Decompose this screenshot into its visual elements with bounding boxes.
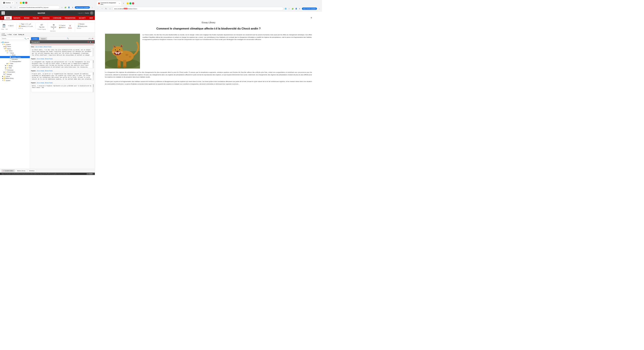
right-home-btn[interactable]: ⌂ [108,7,112,10]
field-link-topic1-go[interactable]: [Go to field] [37,58,44,60]
right-maximize-btn[interactable]: □ [130,2,132,4]
essay-menu-icon[interactable]: ≡ [311,16,312,19]
tree-item-content[interactable]: ▼ 📁 Content [0,43,30,46]
field-link-intro-go[interactable]: [Go to field] [36,46,42,48]
save-button[interactable]: 💾 Save [2,23,6,28]
page-btn[interactable]: 📄 Page (1 of 3) ▲▼ [18,23,34,25]
right-minimize-btn[interactable]: ─ [127,2,129,4]
duplicate-btn[interactable]: ⧉ Duplicate▼ [50,23,57,30]
field-link-topic3-reset[interactable]: [Reset Field] [45,82,52,84]
right-new-chrome-btn[interactable]: New Chrome available [302,8,317,10]
last-btn[interactable]: ⇥ Last [13,34,17,35]
ribbon-tab-versions[interactable]: VERSIONS [41,16,51,20]
field-link-topic1-reset[interactable]: [Reset Field] [45,58,52,60]
new-tab-btn[interactable]: + [15,1,18,4]
ribbon-tab-configure[interactable]: CONFIGURE [51,16,63,20]
display-name-btn[interactable]: 🔤 Display name [77,25,88,27]
right-refresh-btn[interactable]: ↻ [104,7,108,10]
search-options-btn[interactable]: ▼ [27,38,29,40]
right-tab-close-btn[interactable]: ✕ [119,3,120,4]
right-profile-icon[interactable]: 👤 [295,8,298,10]
editor-close-icon[interactable]: ✕ [92,38,93,40]
right-forward-btn[interactable]: → [100,7,104,10]
new-chrome-btn[interactable]: New Chrome available [75,6,90,9]
tree-item-education[interactable]: 📄 Education [0,58,30,60]
profile-icon[interactable]: 👤 [68,6,70,9]
menu-icon[interactable]: ⋮ [91,6,94,9]
field-textarea-intro[interactable]: Le Chocó andin, l'un des lieux les plus … [31,48,94,56]
editor-tab-content[interactable]: Content [31,37,39,40]
ribbon-tab-view[interactable]: VIEW [88,16,94,20]
editor-window-icon[interactable]: □ [90,38,92,40]
refresh-btn[interactable]: ↻ [10,6,12,9]
tree-item-presentation[interactable]: ▶ 📁 Presentation [0,71,30,73]
right-extension-icon[interactable]: 🧩 [292,8,294,10]
redirect-btn[interactable]: 🔀 Redirect (2 of 3) ▲▼ [18,25,34,27]
right-menu-icon[interactable]: ⋮ [318,8,320,10]
ribbon-tab-presentation[interactable]: PRESENTATION [63,16,77,20]
search-input[interactable] [1,37,24,40]
tree-item-data2[interactable]: ▶ 📁 Data [0,67,30,69]
hamburger-btn[interactable]: ≡ [0,16,4,20]
tree-item-media[interactable]: ▶ 📁 Media [0,64,30,67]
tree-item-demo-folder[interactable]: ▼ 📂 Demo [0,48,30,50]
copy-to-btn[interactable]: 📋 Copy to [58,24,66,26]
logout-link[interactable]: Log out [78,12,82,14]
right-tab-essay[interactable]: Comment le changement clim... ✕ [96,1,122,6]
tag-zone-btn[interactable]: 🏷 Tag zone [38,23,46,28]
ribbon-tab-navigate[interactable]: NAVIGATE [12,16,22,20]
up-btn[interactable]: ▲ Up [2,33,6,34]
right-back-btn[interactable]: ← [96,7,100,10]
ribbon-tab-review[interactable]: REVIEW [22,16,31,20]
right-translate-icon[interactable]: 🌐 [284,8,287,10]
tree-item-overpopulation[interactable]: 📋 Overpopulation [0,60,30,62]
right-star-icon[interactable]: ☆ [288,8,290,10]
desktop-tab[interactable]: Desktop ✕ [2,1,14,4]
right-new-tab-btn[interactable]: + [122,2,125,5]
section-close-btn[interactable]: ■ [92,41,93,43]
editor-tab-search[interactable]: Search [40,37,47,40]
tree-item-andean-choco[interactable]: 📋 Andean Choco [0,56,30,58]
move-to-btn[interactable]: 📦 Move to [58,27,66,29]
ribbon-tab-security[interactable]: SECURITY [77,16,88,20]
edit-btn[interactable]: ✏Edit▼ [7,25,14,27]
user-avatar[interactable]: F [90,11,94,15]
home-btn[interactable]: ⌂ [14,6,16,9]
field-link-intro-reset[interactable]: [Reset Field] [44,46,51,48]
right-address-input[interactable]: demo.localhost/ fr-FR /Andean-Choco [112,7,284,10]
tree-item-sitecore[interactable]: ▼ 🌐 sitecore [0,41,30,44]
editor-search-btn[interactable]: 🔍 [66,37,69,40]
tab-close-btn[interactable]: ✕ [12,2,13,4]
star-icon[interactable]: ☆ [61,6,63,9]
ribbon-tab-home[interactable]: HOME [4,16,12,20]
tree-item-system[interactable]: ▼ 📁 System [0,79,30,82]
field-textarea-topic2[interactable]: D'autre part, la perte et la fragmentati… [31,72,94,80]
field-textarea-topic1[interactable]: Le changement des régimes de précipitati… [31,60,94,68]
tree-item-media-library[interactable]: ▶ 🖼 Media Library [0,77,30,79]
right-close-btn[interactable]: ✕ [132,2,134,4]
minimize-btn[interactable]: ─ [20,2,22,4]
section-collapse-btn[interactable]: ▲ [90,41,91,43]
tree-item-home[interactable]: ▶ 🏠 Home [0,46,30,48]
close-btn[interactable]: ✕ [25,2,27,4]
field-link-topic3-go[interactable]: [Go to field] [37,82,44,84]
tree-item-layout[interactable]: ▶ 📁 Layout [0,75,30,78]
maximize-btn[interactable]: □ [22,2,24,4]
field-textarea-topic3[interactable]: Enfin, l'invasion d'espèces représente u… [31,84,94,92]
extension-icon[interactable]: 🧩 [64,6,67,9]
download-icon[interactable]: ⬇ [71,6,74,9]
editor-expand-icon[interactable]: ↗ [88,38,90,40]
search-btn[interactable]: 🔍 [24,38,27,40]
tree-item-about[interactable]: 📄 About [0,54,30,56]
right-download-icon[interactable]: ⬇ [298,8,301,10]
delete-btn[interactable]: ✕ Delete [67,24,73,29]
bottom-tab-media-library[interactable]: Media Library [16,170,27,172]
field-link-topic2-go[interactable]: [Go to field] [37,70,44,72]
address-input[interactable] [18,6,60,9]
first-btn[interactable]: ⇤ First [8,34,12,35]
forward-btn[interactable]: → [6,6,8,9]
rename-btn[interactable]: 📝 Rename [77,23,88,25]
bottom-tab-content-editor[interactable]: ● Content Editor [2,170,15,172]
down-btn[interactable]: ▼ Down [2,34,6,36]
tree-item-demo-home[interactable]: ▼ 📄 Home [0,52,30,54]
